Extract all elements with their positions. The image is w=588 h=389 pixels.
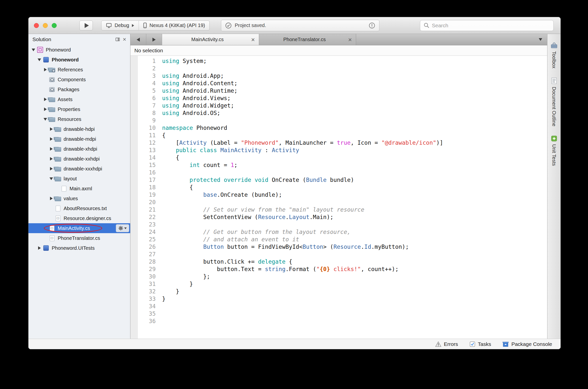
file-icon [60, 186, 68, 192]
breakpoint-margin[interactable] [130, 56, 138, 339]
expander-down-icon[interactable] [42, 118, 48, 121]
tree-item-components[interactable]: Components [28, 75, 130, 85]
line-number: 2 [138, 65, 156, 72]
notification-circle-icon[interactable] [369, 22, 375, 29]
line-number: 15 [138, 161, 156, 169]
tree-item-label: Phoneword [46, 47, 71, 53]
statusbar-item-label: Tasks [478, 341, 491, 347]
tree-item-assets[interactable]: Assets [28, 95, 130, 104]
expander-right-icon[interactable] [42, 68, 48, 71]
navigate-back-button[interactable] [130, 34, 146, 45]
line-number: 19 [138, 191, 156, 198]
expander-right-icon[interactable] [42, 97, 48, 101]
statusbar-package-console[interactable]: Package Console [502, 341, 552, 347]
expander-right-icon[interactable] [48, 157, 54, 161]
expander-right-icon[interactable] [48, 167, 54, 170]
breadcrumb-label: No selection [134, 48, 163, 54]
tab-close-icon[interactable]: × [251, 36, 255, 43]
editor-column: MainActivity.cs×PhoneTranslator.cs× No s… [130, 34, 547, 339]
code-line: button.Click += delegate { [162, 258, 547, 265]
expander-right-icon[interactable] [48, 137, 54, 141]
line-number: 30 [138, 273, 156, 280]
toolbox-icon [551, 42, 558, 49]
code-line: using Android.Content; [162, 80, 547, 87]
tree-item-references[interactable]: References [28, 65, 130, 75]
tree-item-phoneword[interactable]: Phoneword [28, 45, 130, 55]
statusbar-errors[interactable]: Errors [435, 341, 458, 347]
line-number: 11 [138, 131, 156, 139]
tree-item-main-axml[interactable]: Main.axml [28, 184, 130, 194]
tree-item-aboutresources-txt[interactable]: AboutResources.txt [28, 203, 130, 213]
close-window-button[interactable] [34, 23, 39, 28]
tree-item-properties[interactable]: Properties [28, 104, 130, 114]
line-number: 31 [138, 280, 156, 288]
expander-right-icon[interactable] [48, 197, 54, 200]
dock-tab-document-outline[interactable]: Document Outline [551, 77, 557, 126]
expander-down-icon[interactable] [30, 49, 36, 51]
expander-right-icon[interactable] [36, 246, 42, 250]
tree-item-packages[interactable]: Packages [28, 85, 130, 95]
traffic-lights [34, 23, 57, 28]
close-pad-icon[interactable]: × [123, 36, 126, 42]
search-input[interactable] [432, 23, 550, 29]
expander-right-icon[interactable] [48, 147, 54, 151]
tab-overflow-icon[interactable] [539, 38, 542, 41]
statusbar-item-label: Errors [444, 341, 458, 347]
tree-item-drawable-xxxhdpi[interactable]: drawable-xxxhdpi [28, 164, 130, 174]
line-number: 22 [138, 213, 156, 221]
tree-item-phonetranslator-cs[interactable]: PhoneTranslator.cs [28, 233, 130, 243]
search-field[interactable] [420, 20, 554, 31]
expander-right-icon[interactable] [42, 107, 48, 111]
code-line: } [162, 280, 547, 288]
expander-right-icon[interactable] [48, 127, 54, 131]
chevron-down-icon [124, 227, 127, 229]
tree-item-values[interactable]: values [28, 194, 130, 203]
minimize-window-button[interactable] [43, 23, 48, 28]
device-selector[interactable]: Nexus 4 (KitKat) (API 19) [139, 21, 210, 30]
file-cs-icon [48, 235, 56, 241]
tab-mainactivity-cs[interactable]: MainActivity.cs× [162, 34, 259, 45]
tree-item-resource-designer-cs[interactable]: Resource.designer.cs [28, 213, 130, 223]
item-options-gear-button[interactable] [116, 224, 129, 232]
tree-item-phoneword-uitests[interactable]: Phoneword.UITests [28, 243, 130, 253]
breadcrumb[interactable]: No selection [130, 45, 547, 56]
tree-item-label: References [58, 67, 83, 73]
file-cs-icon [54, 216, 62, 221]
tasks-icon [470, 341, 476, 347]
tree-item-drawable-mdpi[interactable]: drawable-mdpi [28, 134, 130, 144]
tree-item-label: AboutResources.txt [64, 206, 107, 211]
dock-tab-toolbox[interactable]: Toolbox [551, 42, 558, 68]
tab-close-icon[interactable]: × [348, 36, 352, 43]
forward-arrow-icon [152, 38, 156, 42]
tab-strip: MainActivity.cs×PhoneTranslator.cs× [162, 34, 356, 45]
tree-item-layout[interactable]: layout [28, 174, 130, 184]
device-label: Nexus 4 (KitKat) (API 19) [149, 23, 205, 28]
monitor-icon [106, 23, 112, 28]
tree-item-phoneword[interactable]: Phoneword [28, 55, 130, 65]
tree-item-drawable-xxhdpi[interactable]: drawable-xxhdpi [28, 154, 130, 164]
code-line: { [162, 131, 547, 139]
tree-item-label: PhoneTranslator.cs [58, 235, 100, 241]
dock-pad-icon[interactable] [115, 38, 120, 41]
tree-item-mainactivity-cs[interactable]: MainActivity.cs [28, 223, 130, 233]
dock-tab-unit-tests[interactable]: Unit Tests [551, 135, 557, 166]
tree-item-resources[interactable]: Resources [28, 114, 130, 124]
tree-item-drawable-xhdpi[interactable]: drawable-xhdpi [28, 144, 130, 154]
navigate-forward-button[interactable] [146, 34, 162, 45]
build-configuration-selector[interactable]: Debug [101, 21, 139, 30]
zoom-window-button[interactable] [52, 23, 57, 28]
tree-item-drawable-hdpi[interactable]: drawable-hdpi [28, 124, 130, 134]
expander-down-icon[interactable] [36, 59, 42, 61]
code-editor[interactable]: 1234567891011121314151617181920212223242… [130, 56, 547, 339]
expander-down-icon[interactable] [48, 177, 54, 180]
statusbar-tasks[interactable]: Tasks [470, 341, 491, 347]
folder-icon [48, 97, 56, 102]
play-icon [85, 23, 89, 28]
code-line: Button button = FindViewById<Button> (Re… [162, 243, 547, 251]
line-number: 7 [138, 102, 156, 109]
run-button[interactable] [80, 21, 93, 31]
tab-phonetranslator-cs[interactable]: PhoneTranslator.cs× [259, 34, 356, 45]
code-line: // Set our view from the "main" layout r… [162, 206, 547, 213]
code-line [162, 302, 547, 310]
folder-icon [54, 196, 62, 201]
